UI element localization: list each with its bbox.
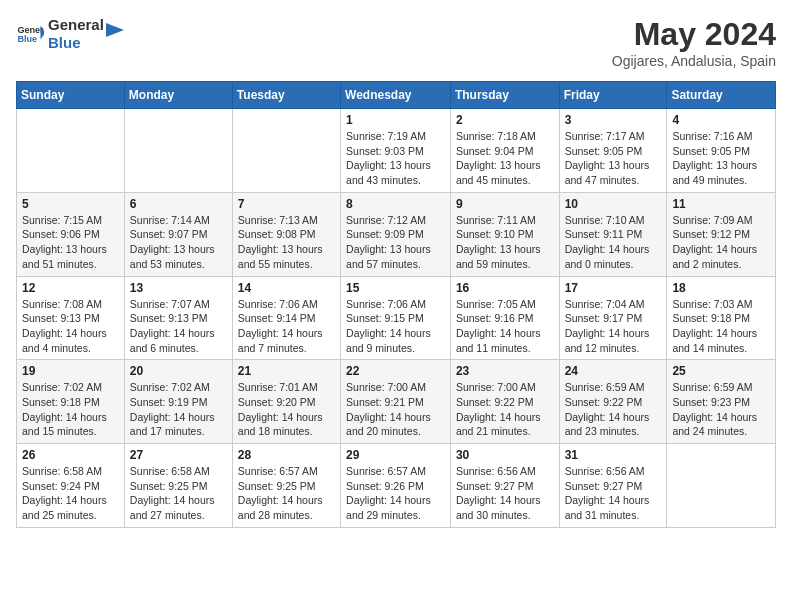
logo-icon: General Blue bbox=[16, 20, 44, 48]
calendar-cell: 12Sunrise: 7:08 AM Sunset: 9:13 PM Dayli… bbox=[17, 276, 125, 360]
logo: General Blue General Blue bbox=[16, 16, 126, 52]
calendar-week-row: 19Sunrise: 7:02 AM Sunset: 9:18 PM Dayli… bbox=[17, 360, 776, 444]
calendar-week-row: 1Sunrise: 7:19 AM Sunset: 9:03 PM Daylig… bbox=[17, 109, 776, 193]
day-number: 12 bbox=[22, 281, 119, 295]
day-info: Sunrise: 7:12 AM Sunset: 9:09 PM Dayligh… bbox=[346, 213, 445, 272]
calendar-cell: 26Sunrise: 6:58 AM Sunset: 9:24 PM Dayli… bbox=[17, 444, 125, 528]
day-info: Sunrise: 6:59 AM Sunset: 9:22 PM Dayligh… bbox=[565, 380, 662, 439]
day-number: 21 bbox=[238, 364, 335, 378]
day-info: Sunrise: 7:04 AM Sunset: 9:17 PM Dayligh… bbox=[565, 297, 662, 356]
calendar-cell: 17Sunrise: 7:04 AM Sunset: 9:17 PM Dayli… bbox=[559, 276, 667, 360]
calendar-cell: 3Sunrise: 7:17 AM Sunset: 9:05 PM Daylig… bbox=[559, 109, 667, 193]
calendar-cell: 20Sunrise: 7:02 AM Sunset: 9:19 PM Dayli… bbox=[124, 360, 232, 444]
calendar-cell: 25Sunrise: 6:59 AM Sunset: 9:23 PM Dayli… bbox=[667, 360, 776, 444]
day-info: Sunrise: 7:06 AM Sunset: 9:15 PM Dayligh… bbox=[346, 297, 445, 356]
day-info: Sunrise: 6:56 AM Sunset: 9:27 PM Dayligh… bbox=[565, 464, 662, 523]
day-number: 15 bbox=[346, 281, 445, 295]
day-number: 17 bbox=[565, 281, 662, 295]
calendar-cell bbox=[667, 444, 776, 528]
day-info: Sunrise: 6:56 AM Sunset: 9:27 PM Dayligh… bbox=[456, 464, 554, 523]
day-number: 3 bbox=[565, 113, 662, 127]
calendar-cell: 2Sunrise: 7:18 AM Sunset: 9:04 PM Daylig… bbox=[450, 109, 559, 193]
day-info: Sunrise: 7:03 AM Sunset: 9:18 PM Dayligh… bbox=[672, 297, 770, 356]
calendar-cell: 10Sunrise: 7:10 AM Sunset: 9:11 PM Dayli… bbox=[559, 192, 667, 276]
day-number: 10 bbox=[565, 197, 662, 211]
page-header: General Blue General Blue May 2024 Ogija… bbox=[16, 16, 776, 69]
day-number: 6 bbox=[130, 197, 227, 211]
day-number: 1 bbox=[346, 113, 445, 127]
calendar-table: SundayMondayTuesdayWednesdayThursdayFrid… bbox=[16, 81, 776, 528]
day-number: 24 bbox=[565, 364, 662, 378]
day-info: Sunrise: 7:14 AM Sunset: 9:07 PM Dayligh… bbox=[130, 213, 227, 272]
day-info: Sunrise: 7:01 AM Sunset: 9:20 PM Dayligh… bbox=[238, 380, 335, 439]
day-info: Sunrise: 7:02 AM Sunset: 9:18 PM Dayligh… bbox=[22, 380, 119, 439]
weekday-header: Friday bbox=[559, 82, 667, 109]
day-info: Sunrise: 7:16 AM Sunset: 9:05 PM Dayligh… bbox=[672, 129, 770, 188]
weekday-header: Thursday bbox=[450, 82, 559, 109]
day-info: Sunrise: 7:02 AM Sunset: 9:19 PM Dayligh… bbox=[130, 380, 227, 439]
logo-general: General bbox=[48, 16, 104, 34]
day-number: 14 bbox=[238, 281, 335, 295]
day-info: Sunrise: 7:15 AM Sunset: 9:06 PM Dayligh… bbox=[22, 213, 119, 272]
logo-blue: Blue bbox=[48, 34, 104, 52]
calendar-cell: 5Sunrise: 7:15 AM Sunset: 9:06 PM Daylig… bbox=[17, 192, 125, 276]
calendar-cell: 24Sunrise: 6:59 AM Sunset: 9:22 PM Dayli… bbox=[559, 360, 667, 444]
day-number: 4 bbox=[672, 113, 770, 127]
calendar-cell: 29Sunrise: 6:57 AM Sunset: 9:26 PM Dayli… bbox=[341, 444, 451, 528]
month-title: May 2024 bbox=[612, 16, 776, 53]
calendar-cell: 13Sunrise: 7:07 AM Sunset: 9:13 PM Dayli… bbox=[124, 276, 232, 360]
day-number: 7 bbox=[238, 197, 335, 211]
calendar-header-row: SundayMondayTuesdayWednesdayThursdayFrid… bbox=[17, 82, 776, 109]
day-number: 2 bbox=[456, 113, 554, 127]
day-info: Sunrise: 7:05 AM Sunset: 9:16 PM Dayligh… bbox=[456, 297, 554, 356]
calendar-cell: 14Sunrise: 7:06 AM Sunset: 9:14 PM Dayli… bbox=[232, 276, 340, 360]
location-text: Ogijares, Andalusia, Spain bbox=[612, 53, 776, 69]
calendar-cell: 4Sunrise: 7:16 AM Sunset: 9:05 PM Daylig… bbox=[667, 109, 776, 193]
weekday-header: Saturday bbox=[667, 82, 776, 109]
day-info: Sunrise: 7:06 AM Sunset: 9:14 PM Dayligh… bbox=[238, 297, 335, 356]
svg-text:Blue: Blue bbox=[17, 34, 37, 44]
calendar-cell: 19Sunrise: 7:02 AM Sunset: 9:18 PM Dayli… bbox=[17, 360, 125, 444]
day-info: Sunrise: 7:08 AM Sunset: 9:13 PM Dayligh… bbox=[22, 297, 119, 356]
calendar-cell: 6Sunrise: 7:14 AM Sunset: 9:07 PM Daylig… bbox=[124, 192, 232, 276]
weekday-header: Sunday bbox=[17, 82, 125, 109]
day-number: 23 bbox=[456, 364, 554, 378]
weekday-header: Monday bbox=[124, 82, 232, 109]
day-info: Sunrise: 7:11 AM Sunset: 9:10 PM Dayligh… bbox=[456, 213, 554, 272]
day-info: Sunrise: 7:07 AM Sunset: 9:13 PM Dayligh… bbox=[130, 297, 227, 356]
day-info: Sunrise: 6:58 AM Sunset: 9:25 PM Dayligh… bbox=[130, 464, 227, 523]
day-info: Sunrise: 7:00 AM Sunset: 9:22 PM Dayligh… bbox=[456, 380, 554, 439]
title-block: May 2024 Ogijares, Andalusia, Spain bbox=[612, 16, 776, 69]
calendar-week-row: 26Sunrise: 6:58 AM Sunset: 9:24 PM Dayli… bbox=[17, 444, 776, 528]
day-info: Sunrise: 6:58 AM Sunset: 9:24 PM Dayligh… bbox=[22, 464, 119, 523]
svg-marker-3 bbox=[106, 23, 124, 37]
logo-arrow-icon bbox=[104, 19, 126, 41]
day-info: Sunrise: 6:57 AM Sunset: 9:25 PM Dayligh… bbox=[238, 464, 335, 523]
day-number: 28 bbox=[238, 448, 335, 462]
calendar-cell: 8Sunrise: 7:12 AM Sunset: 9:09 PM Daylig… bbox=[341, 192, 451, 276]
day-info: Sunrise: 7:10 AM Sunset: 9:11 PM Dayligh… bbox=[565, 213, 662, 272]
day-info: Sunrise: 7:09 AM Sunset: 9:12 PM Dayligh… bbox=[672, 213, 770, 272]
calendar-week-row: 5Sunrise: 7:15 AM Sunset: 9:06 PM Daylig… bbox=[17, 192, 776, 276]
calendar-cell: 28Sunrise: 6:57 AM Sunset: 9:25 PM Dayli… bbox=[232, 444, 340, 528]
calendar-cell bbox=[124, 109, 232, 193]
calendar-cell: 30Sunrise: 6:56 AM Sunset: 9:27 PM Dayli… bbox=[450, 444, 559, 528]
day-info: Sunrise: 6:57 AM Sunset: 9:26 PM Dayligh… bbox=[346, 464, 445, 523]
day-number: 13 bbox=[130, 281, 227, 295]
day-number: 26 bbox=[22, 448, 119, 462]
calendar-cell: 16Sunrise: 7:05 AM Sunset: 9:16 PM Dayli… bbox=[450, 276, 559, 360]
weekday-header: Tuesday bbox=[232, 82, 340, 109]
day-info: Sunrise: 7:19 AM Sunset: 9:03 PM Dayligh… bbox=[346, 129, 445, 188]
day-number: 5 bbox=[22, 197, 119, 211]
calendar-cell: 31Sunrise: 6:56 AM Sunset: 9:27 PM Dayli… bbox=[559, 444, 667, 528]
day-number: 22 bbox=[346, 364, 445, 378]
day-number: 18 bbox=[672, 281, 770, 295]
day-number: 30 bbox=[456, 448, 554, 462]
day-number: 8 bbox=[346, 197, 445, 211]
calendar-cell: 23Sunrise: 7:00 AM Sunset: 9:22 PM Dayli… bbox=[450, 360, 559, 444]
day-number: 9 bbox=[456, 197, 554, 211]
day-number: 16 bbox=[456, 281, 554, 295]
svg-text:General: General bbox=[17, 25, 44, 35]
calendar-cell: 22Sunrise: 7:00 AM Sunset: 9:21 PM Dayli… bbox=[341, 360, 451, 444]
day-info: Sunrise: 7:13 AM Sunset: 9:08 PM Dayligh… bbox=[238, 213, 335, 272]
